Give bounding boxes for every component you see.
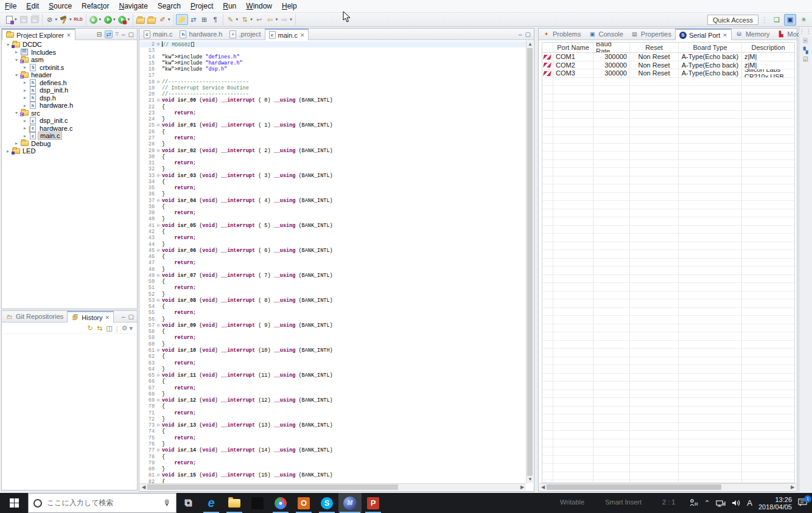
code-line[interactable]: 14"kw">#include "defines.h" — [140, 54, 526, 60]
fold-expand-icon[interactable]: ⊕ — [155, 41, 162, 47]
code-line[interactable]: 33⊖void isr_03 (void) __interrupt ( 3) _… — [140, 173, 526, 179]
code-line[interactable]: 53⊖void isr_08 (void) __interrupt ( 8) _… — [140, 298, 526, 304]
fold-collapse-icon[interactable]: ⊖ — [155, 173, 162, 179]
new-wizard-button[interactable]: ▾ — [4, 14, 18, 25]
code-line[interactable]: 58{ — [140, 329, 526, 335]
menu-project[interactable]: Project — [186, 1, 218, 12]
menu-edit[interactable]: Edit — [21, 1, 44, 12]
link-editor-button[interactable]: ⇄ — [188, 14, 199, 25]
code-line[interactable]: 64} — [140, 366, 526, 372]
maximize-button[interactable]: ▢ — [128, 31, 134, 38]
last-edit-dropdown-icon[interactable]: ▾ — [236, 17, 239, 22]
last-edit-button[interactable]: ✎▾ — [225, 14, 240, 25]
tab-git-repositories[interactable]: 🗀Git Repositories — [2, 311, 67, 322]
code-line[interactable]: 36} — [140, 191, 526, 197]
skype-app[interactable]: S — [315, 493, 338, 513]
back-dropdown-icon[interactable]: ▾ — [275, 17, 279, 22]
code-line[interactable]: 13 — [140, 47, 526, 54]
code-line[interactable]: 68} — [140, 391, 526, 397]
expand-arrow-icon[interactable]: ▸ — [13, 49, 19, 55]
expand-arrow-icon[interactable]: ▸ — [5, 148, 11, 154]
code-line[interactable]: 48} — [140, 267, 526, 273]
fold-collapse-icon[interactable]: ⊖ — [155, 79, 162, 85]
highlight-tool-button[interactable] — [176, 14, 188, 25]
code-line[interactable]: 61⊖void isr_10 (void) __interrupt (10) _… — [140, 347, 526, 354]
tab-memory[interactable]: ⛁Memory — [732, 29, 774, 40]
menu-source[interactable]: Source — [44, 1, 77, 12]
menu-file[interactable]: File — [0, 1, 21, 12]
fold-collapse-icon[interactable]: ⊖ — [155, 323, 162, 329]
expand-arrow-icon[interactable]: ▸ — [22, 95, 28, 100]
editor-tab-project[interactable]: ≡.project — [226, 29, 264, 40]
editor-tab-main-c[interactable]: cmain.c✕ — [265, 29, 309, 40]
expand-arrow-icon[interactable]: ▸ — [22, 118, 28, 124]
code-line[interactable]: 41⊖void isr_05 (void) __interrupt ( 5) _… — [140, 223, 526, 229]
save-button[interactable] — [18, 14, 29, 25]
editor-horizontal-scrollbar[interactable]: ◀ ▶ — [140, 483, 526, 490]
column-header-port-name[interactable]: Port Name — [553, 43, 593, 52]
close-icon[interactable]: ✕ — [105, 315, 110, 321]
expand-arrow-icon[interactable]: ▸ — [22, 88, 28, 93]
tab-properties[interactable]: ▤Properties — [627, 29, 675, 40]
code-line[interactable]: 32} — [140, 166, 526, 172]
column-header-baud-rate[interactable]: Baud Rate — [593, 43, 630, 52]
tree-item-debug[interactable]: ▸Debug — [2, 140, 136, 148]
code-line[interactable]: 51 return; — [140, 285, 526, 291]
scroll-left-icon[interactable]: ◀ — [140, 484, 147, 491]
collapse-arrow-icon[interactable]: ▾ — [13, 57, 19, 63]
code-line[interactable]: 77⊖void isr_14 (void) __interrupt (14) _… — [140, 447, 526, 453]
ime-mode-indicator[interactable]: A — [747, 498, 752, 508]
chrome-app[interactable] — [269, 493, 292, 513]
code-line[interactable]: 40} — [140, 216, 526, 222]
action-center-icon[interactable]: 1 — [798, 498, 808, 509]
code-line[interactable]: 67 return; — [140, 385, 526, 391]
code-line[interactable]: 73⊖void isr_13 (void) __interrupt (13) _… — [140, 422, 526, 428]
code-line[interactable]: 57⊖void isr_09 (void) __interrupt ( 9) _… — [140, 323, 526, 329]
new-wizard-dropdown-icon[interactable]: ▾ — [14, 17, 18, 22]
tree-item-crtxinit-s[interactable]: ▸Scrtxinit.s — [2, 64, 136, 72]
explorer-app[interactable] — [223, 493, 246, 513]
menu-help[interactable]: Help — [277, 1, 302, 12]
compare-mode-button[interactable]: ⇆ — [97, 324, 102, 332]
code-line[interactable]: 60} — [140, 341, 526, 347]
scroll-down-icon[interactable]: ▼ — [527, 476, 534, 483]
skip-breakpoints-dropdown-icon[interactable]: ▾ — [55, 17, 58, 22]
tree-item-dsp-init-h[interactable]: ▸hdsp_init.h — [2, 86, 136, 94]
code-line[interactable]: 71 return; — [140, 410, 526, 416]
collapse-arrow-icon[interactable]: ▾ — [13, 110, 19, 116]
open-perspective-button[interactable]: ❏ — [771, 14, 783, 26]
grid-view-button[interactable]: ⊞ — [199, 14, 210, 25]
tab-project-explorer[interactable]: Project Explorer ✕ — [2, 29, 75, 40]
load-builder-button[interactable]: RLD — [73, 14, 84, 25]
expand-arrow-icon[interactable]: ▸ — [22, 133, 28, 139]
scroll-up-icon[interactable]: ▲ — [527, 41, 534, 48]
back-history-button[interactable]: ↩ — [254, 14, 265, 25]
code-line[interactable]: 2⊕// MD6602 — [140, 41, 526, 47]
fold-collapse-icon[interactable]: ⊖ — [155, 298, 162, 304]
run-button[interactable]: ▾ — [102, 14, 117, 25]
code-line[interactable]: 74{ — [140, 428, 526, 434]
serial-port-row-com1[interactable]: COM1300000Non ResetA-Type(Echo back)z|M| — [542, 53, 794, 61]
code-line[interactable]: 82{ — [140, 479, 526, 483]
menu-run[interactable]: Run — [218, 1, 241, 12]
code-line[interactable]: 34{ — [140, 179, 526, 185]
expand-arrow-icon[interactable]: ▸ — [22, 65, 28, 70]
fold-collapse-icon[interactable]: ⊖ — [155, 372, 162, 379]
tree-item-header[interactable]: ▾header — [2, 71, 136, 79]
filter-button[interactable]: ◫ — [106, 324, 112, 332]
print-view-icon[interactable]: ⎘ — [803, 37, 808, 44]
code-line[interactable]: 80} — [140, 466, 526, 472]
refresh-button[interactable]: ↻ — [88, 324, 93, 332]
show-whitespace-button[interactable]: ¶ — [210, 14, 221, 25]
editor-tab-hardware-h[interactable]: hhardware.h — [176, 29, 226, 40]
expand-arrow-icon[interactable]: ▸ — [22, 80, 28, 85]
scroll-right-icon[interactable]: ▶ — [519, 484, 526, 491]
flash-tool-button[interactable]: ✐▾ — [157, 14, 172, 25]
code-line[interactable]: 16"kw">#include "dsp.h" — [140, 66, 526, 72]
code-line[interactable]: 46{ — [140, 254, 526, 260]
close-icon[interactable]: ✕ — [300, 32, 305, 38]
editor-tab-main-c[interactable]: cmain.c — [140, 29, 176, 40]
code-line[interactable]: 63 return; — [140, 360, 526, 366]
code-line[interactable]: 70{ — [140, 403, 526, 410]
expand-arrow-icon[interactable]: ▸ — [22, 103, 28, 108]
